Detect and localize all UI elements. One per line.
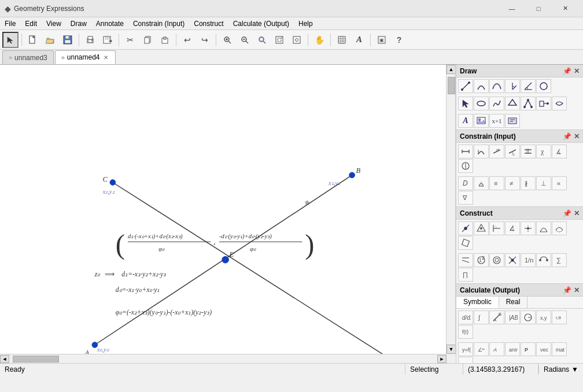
open-button[interactable] (42, 32, 58, 48)
draw-path-tool[interactable] (521, 97, 536, 110)
scroll-up-button[interactable]: ▲ (447, 65, 456, 74)
calc-3[interactable]: AB (489, 310, 504, 324)
menu-construct[interactable]: Construct (189, 17, 228, 29)
menu-help[interactable]: Help (294, 17, 318, 29)
constrain-panel-close[interactable]: ✕ (574, 132, 580, 140)
construct-12[interactable] (505, 253, 520, 267)
construct-1[interactable] (458, 221, 473, 235)
draw-line-tool[interactable] (458, 79, 473, 93)
menu-file[interactable]: File (0, 17, 20, 29)
constrain-13[interactable]: ∦ (521, 176, 536, 190)
draw-panel-close[interactable]: ✕ (574, 67, 580, 75)
construct-8[interactable] (458, 236, 473, 250)
constrain-5[interactable]: || (521, 145, 536, 158)
calc-11[interactable]: A (489, 342, 504, 356)
constrain-4[interactable]: ⊥ (505, 145, 520, 158)
close-button[interactable]: ✕ (552, 0, 578, 17)
menu-calculate[interactable]: Calculate (Output) (228, 17, 294, 29)
construct-2[interactable] (474, 221, 489, 235)
tab-unnamed4[interactable]: ○ unnamed4 ✕ (55, 50, 116, 64)
calc-4[interactable]: |AB| (505, 310, 520, 324)
help-button[interactable]: ? (391, 32, 407, 48)
draw-var-tool[interactable]: x+1 (489, 114, 504, 128)
construct-7[interactable] (552, 221, 567, 235)
constrain-2[interactable] (474, 145, 489, 158)
print-button[interactable] (82, 32, 98, 48)
calc-5[interactable] (521, 310, 536, 324)
zoom-region-button[interactable] (289, 32, 305, 48)
constrain-1[interactable] (458, 145, 473, 158)
scroll-thumb-v[interactable] (448, 77, 455, 94)
snap-button[interactable]: A (351, 32, 367, 48)
redo-button[interactable]: ↪ (197, 32, 213, 48)
menu-constrain[interactable]: Constrain (Input) (128, 17, 189, 29)
status-angle-mode[interactable]: Radians ▼ (538, 365, 583, 373)
construct-5[interactable] (521, 221, 536, 235)
constrain-10[interactable] (474, 176, 489, 190)
draw-arc-tool[interactable] (474, 79, 489, 93)
constrain-16[interactable]: ∇ (458, 191, 473, 205)
scroll-left-button[interactable]: ◄ (0, 355, 9, 363)
vertical-scrollbar[interactable]: ▲ ▼ (446, 65, 455, 354)
zoom-out-button[interactable] (237, 32, 253, 48)
draw-more-tool-1[interactable] (536, 97, 551, 110)
constrain-panel-pin[interactable]: 📌 (563, 132, 571, 140)
calc-15[interactable]: mat (552, 342, 567, 356)
pointer-tool-button[interactable] (2, 32, 19, 48)
maximize-button[interactable]: □ (525, 0, 552, 17)
calc-10[interactable]: ∠ (474, 342, 489, 356)
draw-image-tool[interactable] (474, 114, 489, 128)
cut-button[interactable]: ✂ (122, 32, 138, 48)
construct-16[interactable]: ∏ (458, 268, 473, 282)
draw-ellipse-tool[interactable] (474, 97, 489, 110)
new-button[interactable] (25, 32, 41, 48)
calc-16[interactable]: … (458, 357, 473, 363)
draw-angle-arc-tool[interactable] (505, 79, 520, 93)
pan-button[interactable]: ✋ (311, 32, 327, 48)
paste-button[interactable] (157, 32, 173, 48)
constrain-15[interactable]: ∝ (552, 176, 567, 190)
calc-2[interactable]: ∫ (474, 310, 489, 324)
constrain-12[interactable]: ≠ (505, 176, 520, 190)
draw-freehand-tool[interactable] (489, 97, 504, 110)
calc-1[interactable]: d/dx (458, 310, 473, 324)
zoom-fit-button[interactable] (254, 32, 270, 48)
menu-draw[interactable]: Draw (66, 17, 91, 29)
menu-edit[interactable]: Edit (20, 17, 42, 29)
constrain-7[interactable]: ∡ (552, 145, 567, 158)
draw-panel-pin[interactable]: 📌 (563, 67, 571, 75)
draw-curve-tool[interactable] (489, 79, 504, 93)
tab-close-unnamed4[interactable]: ✕ (102, 54, 109, 61)
draw-more-tool-3[interactable] (505, 114, 520, 128)
constrain-9[interactable]: D (458, 176, 473, 190)
minimize-button[interactable]: — (499, 0, 525, 17)
tool-extra-1[interactable]: ▣ (374, 32, 390, 48)
calc-12[interactable]: anim (505, 342, 520, 356)
calc-6[interactable]: x,y (536, 310, 551, 324)
construct-15[interactable]: ∑ (552, 253, 567, 267)
construct-4[interactable]: ∠ (505, 221, 520, 235)
menu-annotate[interactable]: Annotate (91, 17, 128, 29)
calculate-panel-pin[interactable]: 📌 (563, 286, 571, 294)
grid-button[interactable] (334, 32, 350, 48)
calc-9[interactable]: y=f(x) (458, 342, 473, 356)
construct-panel-close[interactable]: ✕ (574, 209, 580, 217)
construct-panel-pin[interactable]: 📌 (563, 209, 571, 217)
save-button[interactable] (60, 32, 76, 48)
scroll-thumb-h[interactable] (13, 356, 59, 363)
copy-button[interactable] (139, 32, 156, 48)
calc-13[interactable]: P (521, 342, 536, 356)
constrain-14[interactable]: ⊥ (536, 176, 551, 190)
construct-10[interactable]: 12 (474, 253, 489, 267)
scroll-right-button[interactable]: ► (437, 355, 447, 363)
menu-view[interactable]: View (42, 17, 66, 29)
tab-symbolic[interactable]: Symbolic (456, 297, 499, 308)
tab-unnamed3[interactable]: ○ unnamed3 (2, 50, 54, 64)
canvas-area[interactable]: A x₀,y₀ B x₁,y₁ C x₂,y₂ D x₃,y₃ (0, 65, 456, 354)
constrain-11[interactable]: ≡ (489, 176, 504, 190)
zoom-box-button[interactable] (271, 32, 287, 48)
calc-7[interactable]: r,θ (552, 310, 567, 324)
construct-11[interactable] (489, 253, 504, 267)
constrain-8[interactable] (458, 159, 473, 173)
construct-6[interactable] (536, 221, 551, 235)
